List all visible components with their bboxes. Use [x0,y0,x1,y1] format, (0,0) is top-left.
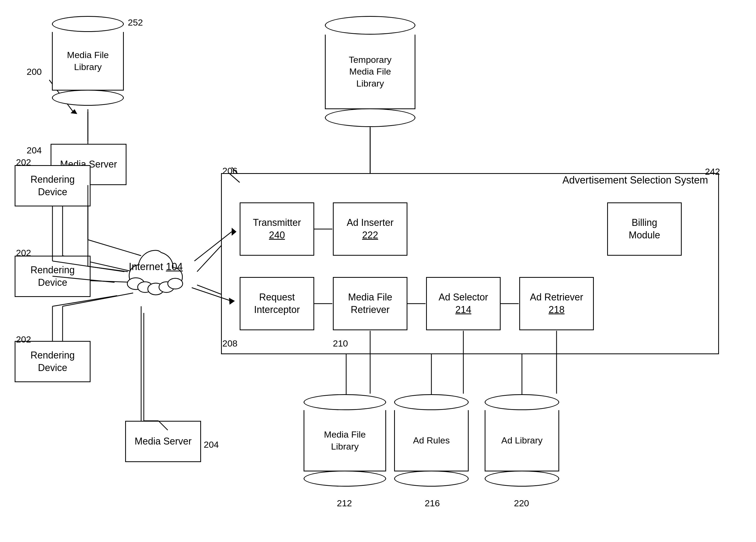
ad-selector-box: Ad Selector 214 [426,277,501,330]
ref-242: 242 [705,166,720,177]
ref-204-bottom: 204 [204,439,219,450]
billing-module-box: BillingModule [607,202,682,256]
temp-media-file-library: TemporaryMedia FileLibrary [325,16,415,127]
ref-200: 200 [27,67,42,77]
ad-inserter-box: Ad Inserter 222 [333,202,407,256]
ref-204-top: 204 [27,145,42,156]
ad-selection-system-label: Advertisement Selection System [562,174,708,186]
media-file-library-bottom-label: Media FileLibrary [324,429,366,452]
ref-216: 216 [425,498,440,508]
ad-library-cylinder: Ad Library [485,394,559,487]
rendering-device-1-label: RenderingDevice [30,173,75,198]
rendering-device-2: RenderingDevice [15,256,91,297]
media-server-bottom-label: Media Server [134,435,191,448]
ref-220: 220 [514,498,529,508]
ad-retriever-ref: 218 [530,304,583,316]
request-interceptor-box: RequestInterceptor [240,277,314,330]
internet-cloud: Internet 104 [115,240,197,314]
ad-rules-cylinder: Ad Rules [394,394,469,487]
cloud-shape [115,240,197,314]
ad-rules-label: Ad Rules [413,434,450,446]
ref-252: 252 [128,17,143,28]
ref-212: 212 [337,498,352,508]
billing-module-label: BillingModule [629,217,660,242]
transmitter-label: Transmitter [253,217,301,229]
internet-label: Internet [129,261,163,272]
ad-selector-ref: 214 [439,304,488,316]
rendering-device-3: RenderingDevice [15,341,91,382]
ad-retriever-label: Ad Retriever [530,291,583,304]
rendering-device-1: RenderingDevice [15,165,91,206]
ad-inserter-label: Ad Inserter [347,217,394,229]
media-file-library-bottom: Media FileLibrary [304,394,386,487]
media-file-retriever-box: Media FileRetriever [333,277,407,330]
ref-202-1: 202 [16,157,31,168]
svg-marker-24 [71,109,77,114]
rendering-device-3-label: RenderingDevice [30,349,75,374]
transmitter-box: Transmitter 240 [240,202,314,256]
ad-selector-label: Ad Selector [439,291,488,304]
media-file-retriever-label: Media FileRetriever [348,291,392,316]
svg-line-38 [52,296,117,306]
ref-206: 206 [222,166,238,176]
media-file-library-top-label: Media FileLibrary [67,49,109,72]
ref-210: 210 [333,338,348,349]
rendering-device-2-label: RenderingDevice [30,264,75,289]
ref-202-2: 202 [16,248,31,258]
diagram: 200 Media FileLibrary 252 Media Server 2… [0,0,756,542]
ref-202-3: 202 [16,334,31,345]
request-interceptor-label: RequestInterceptor [254,291,300,316]
svg-point-30 [168,278,183,289]
ad-retriever-box: Ad Retriever 218 [519,277,594,330]
transmitter-ref: 240 [253,229,301,242]
media-file-library-top: Media FileLibrary [52,16,124,106]
ad-inserter-ref: 222 [347,229,394,242]
temp-media-file-library-label: TemporaryMedia FileLibrary [349,54,392,89]
ref-208: 208 [222,338,238,349]
media-server-bottom: Media Server [125,421,201,462]
internet-ref: 104 [166,261,183,272]
ad-library-label: Ad Library [501,434,543,446]
